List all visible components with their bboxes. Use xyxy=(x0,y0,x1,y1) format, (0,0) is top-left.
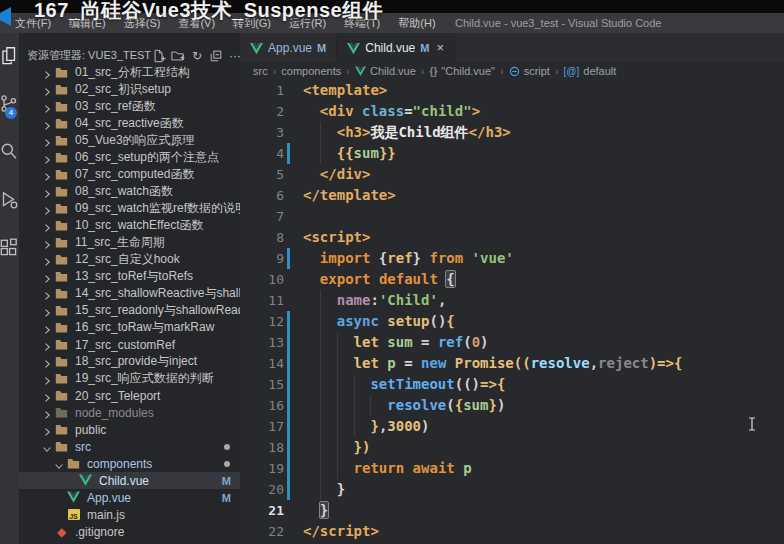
new-file-icon[interactable] xyxy=(151,48,167,64)
code-line[interactable]: 19 return await p xyxy=(240,458,784,479)
activity-extensions-icon[interactable] xyxy=(0,237,20,259)
tree-item[interactable]: 15_src_readonly与shallowReadonly xyxy=(19,302,240,319)
tree-item[interactable]: App.vueM xyxy=(19,489,240,506)
tree-item[interactable]: ● xyxy=(19,540,240,544)
breadcrumb-item[interactable]: Child.vue xyxy=(355,65,416,77)
indent-spacer xyxy=(65,475,77,487)
close-icon[interactable]: × xyxy=(436,41,444,54)
breadcrumb-item[interactable]: src xyxy=(253,65,268,77)
code-text: <h3>我是Child组件</h3> xyxy=(303,122,511,143)
folder-icon xyxy=(55,406,68,419)
collapse-all-icon[interactable] xyxy=(208,48,224,64)
scm-badge: 4 xyxy=(5,107,17,119)
tree-item[interactable]: 11_src_生命周期 xyxy=(19,234,240,251)
breadcrumb-separator-icon: › xyxy=(346,65,350,77)
activity-source-control-icon[interactable]: 4 xyxy=(0,93,20,115)
folder-icon xyxy=(55,423,68,436)
breadcrumb-item[interactable]: {}"Child.vue" xyxy=(429,65,494,77)
code-line[interactable]: 1<template> xyxy=(240,80,784,101)
code-line[interactable]: 5 </div> xyxy=(240,164,784,185)
tree-item[interactable]: 12_src_自定义hook xyxy=(19,251,240,268)
code-line[interactable]: 10 export default { xyxy=(240,269,784,290)
modified-badge: M xyxy=(222,492,231,504)
tree-item[interactable]: JSmain.js xyxy=(19,506,240,523)
code-text: resolve({sum}) xyxy=(303,395,505,416)
line-number: 22 xyxy=(240,521,284,542)
tree-item[interactable]: 03_src_ref函数 xyxy=(19,98,240,115)
tree-item[interactable]: 16_src_toRaw与markRaw xyxy=(19,319,240,336)
chevron-right-icon xyxy=(41,203,53,215)
code-line[interactable]: 8<script> xyxy=(240,227,784,248)
tree-item[interactable]: 04_src_reactive函数 xyxy=(19,115,240,132)
menu-item[interactable]: 帮助(H) xyxy=(389,13,444,33)
tree-item[interactable]: 08_src_watch函数 xyxy=(19,183,240,200)
tab-app-vue[interactable]: App.vueM xyxy=(240,33,337,62)
line-number: 17 xyxy=(240,416,284,437)
code-line[interactable]: 9 import {ref} from 'vue' xyxy=(240,248,784,269)
tree-item[interactable]: 13_src_toRef与toRefs xyxy=(19,268,240,285)
tree-item[interactable]: src xyxy=(19,438,240,455)
chevron-right-icon xyxy=(41,169,53,181)
tree-item[interactable]: node_modules xyxy=(19,404,240,421)
tree-item[interactable]: 14_src_shallowReactive与shallowRef xyxy=(19,285,240,302)
tree-item[interactable]: ◆.gitignore xyxy=(19,523,240,540)
code-line[interactable]: 4 {{sum}} xyxy=(240,143,784,164)
code-line[interactable]: 12 async setup(){ xyxy=(240,311,784,332)
line-number: 5 xyxy=(240,164,284,185)
tree-item[interactable]: 17_src_customRef xyxy=(19,336,240,353)
code-line[interactable]: 2 <div class="child"> xyxy=(240,101,784,122)
tree-item[interactable]: public xyxy=(19,421,240,438)
tree-item[interactable]: 07_src_computed函数 xyxy=(19,166,240,183)
code-line[interactable]: 16 resolve({sum}) xyxy=(240,395,784,416)
tree-item[interactable]: Child.vueM xyxy=(19,472,240,489)
folder-icon xyxy=(55,219,68,232)
code-line[interactable]: 20 } xyxy=(240,479,784,500)
line-number: 4 xyxy=(240,143,284,164)
breadcrumb-item[interactable]: script xyxy=(509,65,550,77)
code-line[interactable]: 11 name:'Child', xyxy=(240,290,784,311)
code-line[interactable]: 21 } xyxy=(240,500,784,521)
code-editor[interactable]: 1<template>2 <div class="child">3 <h3>我是… xyxy=(240,80,784,544)
folder-icon xyxy=(55,134,68,147)
line-number: 18 xyxy=(240,437,284,458)
folder-icon xyxy=(55,151,68,164)
breadcrumb-item[interactable]: [@]default xyxy=(564,65,617,77)
folder-icon xyxy=(55,304,68,317)
code-line[interactable]: 15 setTimeout(()=>{ xyxy=(240,374,784,395)
code-line[interactable]: 6</template> xyxy=(240,185,784,206)
activity-files-icon[interactable] xyxy=(0,45,20,67)
breadcrumb-item[interactable]: components xyxy=(281,65,341,77)
chevron-right-icon xyxy=(41,101,53,113)
line-number: 1 xyxy=(240,80,284,101)
code-line[interactable]: 13 let sum = ref(0) xyxy=(240,332,784,353)
modified-gutter-bar xyxy=(287,311,290,332)
video-title-overlay: 167_尚硅谷Vue3技术_Suspense组件 xyxy=(34,0,383,24)
tree-item[interactable]: 09_src_watch监视ref数据的说明 xyxy=(19,200,240,217)
tree-item[interactable]: 01_src_分析工程结构 xyxy=(19,64,240,81)
tab-child-vue[interactable]: Child.vueM× xyxy=(337,33,455,62)
chevron-right-icon xyxy=(41,288,53,300)
tree-item[interactable]: 19_src_响应式数据的判断 xyxy=(19,370,240,387)
new-folder-icon[interactable] xyxy=(170,48,186,64)
tree-item[interactable]: components xyxy=(19,455,240,472)
code-line[interactable]: 18 }) xyxy=(240,437,784,458)
tree-item[interactable]: 20_src_Teleport xyxy=(19,387,240,404)
code-line[interactable]: 7 xyxy=(240,206,784,227)
refresh-icon[interactable]: ↻ xyxy=(189,48,205,64)
code-line[interactable]: 17 },3000) xyxy=(240,416,784,437)
breadcrumb: src›components›Child.vue›{}"Child.vue"›s… xyxy=(240,62,784,80)
tree-item[interactable]: 10_src_watchEffect函数 xyxy=(19,217,240,234)
tree-item[interactable]: 02_src_初识setup xyxy=(19,81,240,98)
tree-item[interactable]: 05_Vue3的响应式原理 xyxy=(19,132,240,149)
git-icon: ◆ xyxy=(57,526,66,538)
tree-item[interactable]: 06_src_setup的两个注意点 xyxy=(19,149,240,166)
tree-item[interactable]: 18_src_provide与inject xyxy=(19,353,240,370)
code-text: <div class="child"> xyxy=(303,101,480,122)
activity-run-debug-icon[interactable] xyxy=(0,189,20,211)
more-icon[interactable]: ··· xyxy=(227,48,240,64)
code-line[interactable]: 3 <h3>我是Child组件</h3> xyxy=(240,122,784,143)
code-line[interactable]: 22</script> xyxy=(240,521,784,542)
code-text: },3000) xyxy=(303,416,429,437)
activity-search-icon[interactable] xyxy=(0,141,20,163)
code-line[interactable]: 14 let p = new Promise((resolve,reject)=… xyxy=(240,353,784,374)
